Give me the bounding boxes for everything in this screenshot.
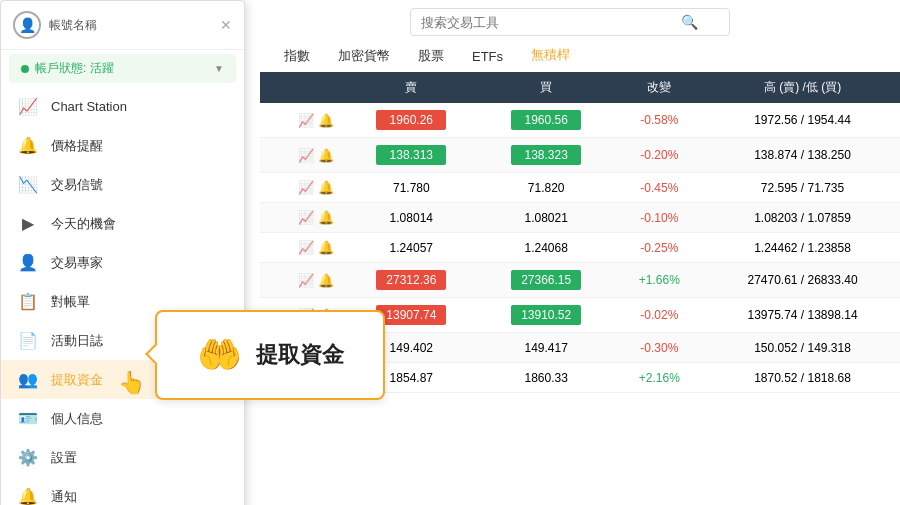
- price-change: -0.20%: [614, 138, 705, 173]
- sidebar-menu: 📈Chart Station🔔價格提醒📉交易信號▶今天的機會👤交易專家📋對帳單📄…: [1, 87, 244, 505]
- activity-log-icon: 📄: [17, 331, 39, 350]
- sidebar-item-notifications[interactable]: 🔔通知: [1, 477, 244, 505]
- table-row: 📈🔔1.240571.24068-0.25%1.24462 / 1.23858: [260, 233, 900, 263]
- sidebar-item-chart-station[interactable]: 📈Chart Station: [1, 87, 244, 126]
- sidebar-header-left: 👤 帳號名稱: [13, 11, 97, 39]
- row-icons: 📈🔔: [260, 263, 344, 298]
- buy-price: 1960.56: [479, 103, 614, 138]
- sell-price: 138.313: [344, 138, 479, 173]
- search-input[interactable]: [421, 15, 681, 30]
- sell-price: 1.24057: [344, 233, 479, 263]
- table-container: 賣 買 改變 高 (賣) /低 (買) 📈🔔1960.261960.56-0.5…: [260, 72, 900, 505]
- row-icons: 📈🔔: [260, 203, 344, 233]
- chart-icon[interactable]: 📈: [298, 180, 314, 195]
- tab-crypto[interactable]: 加密貨幣: [324, 39, 404, 73]
- chart-station-icon: 📈: [17, 97, 39, 116]
- search-container: 🔍: [260, 8, 880, 36]
- col-sell: 賣: [344, 72, 479, 103]
- status-label: 帳戶狀態: 活躍: [35, 60, 208, 77]
- notifications-icon: 🔔: [17, 487, 39, 505]
- sidebar-item-label: 對帳單: [51, 293, 90, 311]
- tab-etfs[interactable]: ETFs: [458, 41, 517, 72]
- sidebar-item-label: Chart Station: [51, 99, 127, 114]
- price-alert-icon: 🔔: [17, 136, 39, 155]
- bell-icon[interactable]: 🔔: [318, 240, 334, 255]
- sidebar-item-label: 個人信息: [51, 410, 103, 428]
- buy-price: 1.24068: [479, 233, 614, 263]
- chart-icon[interactable]: 📈: [298, 273, 314, 288]
- sidebar-item-settings[interactable]: ⚙️設置: [1, 438, 244, 477]
- price-change: -0.25%: [614, 233, 705, 263]
- high-low: 150.052 / 149.318: [705, 333, 900, 363]
- bell-icon[interactable]: 🔔: [318, 273, 334, 288]
- buy-price: 1860.33: [479, 363, 614, 393]
- sidebar-item-label: 交易專家: [51, 254, 103, 272]
- search-bar[interactable]: 🔍: [410, 8, 730, 36]
- high-low: 138.874 / 138.250: [705, 138, 900, 173]
- tab-no-leverage[interactable]: 無積桿: [517, 38, 584, 74]
- bell-icon[interactable]: 🔔: [318, 148, 334, 163]
- bell-icon[interactable]: 🔔: [318, 113, 334, 128]
- row-icons: 📈🔔: [260, 103, 344, 138]
- buy-price: 1.08021: [479, 203, 614, 233]
- sidebar-item-trade-expert[interactable]: 👤交易專家: [1, 243, 244, 282]
- price-change: -0.10%: [614, 203, 705, 233]
- row-icons: 📈🔔: [260, 138, 344, 173]
- high-low: 72.595 / 71.735: [705, 173, 900, 203]
- withdraw-funds-icon: 🤲: [197, 334, 242, 376]
- high-low: 1.08203 / 1.07859: [705, 203, 900, 233]
- chart-icon[interactable]: 📈: [298, 148, 314, 163]
- col-highlow: 高 (賣) /低 (買): [705, 72, 900, 103]
- col-buy: 買: [479, 72, 614, 103]
- trade-signal-icon: 📉: [17, 175, 39, 194]
- trade-expert-icon: 👤: [17, 253, 39, 272]
- sidebar-item-label: 活動日誌: [51, 332, 103, 350]
- chart-icon[interactable]: 📈: [298, 210, 314, 225]
- sidebar-item-price-alert[interactable]: 🔔價格提醒: [1, 126, 244, 165]
- tabs-container: 指數 加密貨幣 股票 ETFs 無積桿: [260, 38, 900, 75]
- sidebar-item-trade-signal[interactable]: 📉交易信號: [1, 165, 244, 204]
- sidebar-item-label: 今天的機會: [51, 215, 116, 233]
- bell-icon[interactable]: 🔔: [318, 180, 334, 195]
- search-icon: 🔍: [681, 14, 698, 30]
- sidebar-item-today-opportunity[interactable]: ▶今天的機會: [1, 204, 244, 243]
- high-low: 27470.61 / 26833.40: [705, 263, 900, 298]
- personal-info-icon: 🪪: [17, 409, 39, 428]
- price-change: +2.16%: [614, 363, 705, 393]
- high-low: 1870.52 / 1818.68: [705, 363, 900, 393]
- close-button[interactable]: ✕: [220, 17, 232, 33]
- table-row: 📈🔔27312.3627366.15+1.66%27470.61 / 26833…: [260, 263, 900, 298]
- table-row: 📈🔔1960.261960.56-0.58%1972.56 / 1954.44: [260, 103, 900, 138]
- chart-icon[interactable]: 📈: [298, 240, 314, 255]
- price-change: -0.45%: [614, 173, 705, 203]
- row-icons: 📈🔔: [260, 233, 344, 263]
- sidebar-header: 👤 帳號名稱 ✕: [1, 1, 244, 50]
- account-name: 帳號名稱: [49, 17, 97, 34]
- today-opportunity-icon: ▶: [17, 214, 39, 233]
- tab-stocks[interactable]: 股票: [404, 39, 458, 73]
- tab-index[interactable]: 指數: [270, 39, 324, 73]
- chart-icon[interactable]: 📈: [298, 113, 314, 128]
- price-change: -0.30%: [614, 333, 705, 363]
- bell-icon[interactable]: 🔔: [318, 210, 334, 225]
- sell-price: 1960.26: [344, 103, 479, 138]
- sidebar-item-label: 價格提醒: [51, 137, 103, 155]
- col-icons: [260, 72, 344, 103]
- table-row: 📈🔔1.080141.08021-0.10%1.08203 / 1.07859: [260, 203, 900, 233]
- buy-price: 27366.15: [479, 263, 614, 298]
- statement-icon: 📋: [17, 292, 39, 311]
- buy-price: 138.323: [479, 138, 614, 173]
- sidebar-item-label: 提取資金: [51, 371, 103, 389]
- high-low: 13975.74 / 13898.14: [705, 298, 900, 333]
- price-change: -0.58%: [614, 103, 705, 138]
- price-change: -0.02%: [614, 298, 705, 333]
- buy-price: 13910.52: [479, 298, 614, 333]
- account-status[interactable]: 帳戶狀態: 活躍 ▼: [9, 54, 236, 83]
- price-change: +1.66%: [614, 263, 705, 298]
- sidebar-panel: 👤 帳號名稱 ✕ 帳戶狀態: 活躍 ▼ 📈Chart Station🔔價格提醒📉…: [0, 0, 245, 505]
- status-dot: [21, 65, 29, 73]
- table-row: 📈🔔71.78071.820-0.45%72.595 / 71.735: [260, 173, 900, 203]
- sidebar-item-personal-info[interactable]: 🪪個人信息: [1, 399, 244, 438]
- withdraw-funds-icon: 👥: [17, 370, 39, 389]
- sell-price: 71.780: [344, 173, 479, 203]
